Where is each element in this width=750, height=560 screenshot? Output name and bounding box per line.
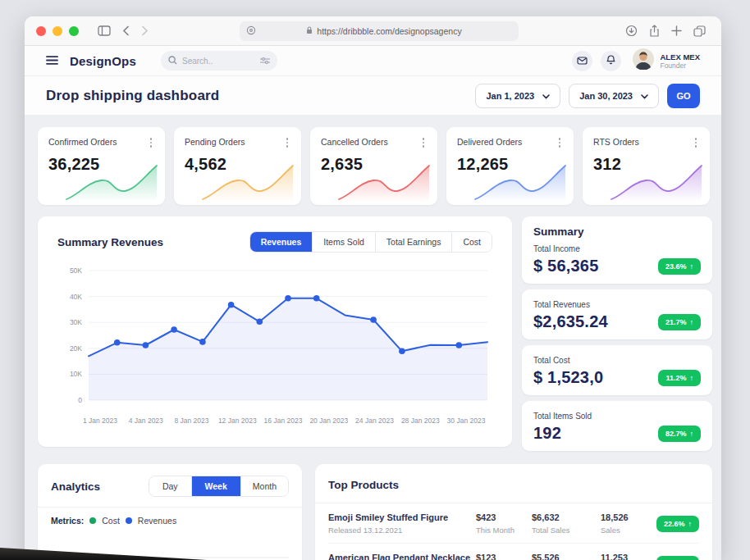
section-title: Top Products: [328, 479, 399, 491]
mail-icon: [577, 53, 588, 68]
forward-icon[interactable]: [141, 25, 149, 36]
messages-button[interactable]: [572, 51, 592, 71]
svg-text:28 Jan 2023: 28 Jan 2023: [401, 417, 440, 425]
section-title: Summary Revenues: [57, 236, 163, 248]
user-profile[interactable]: ALEX MEX Founder: [633, 48, 700, 73]
new-tab-icon[interactable]: [671, 25, 682, 36]
zoom-window-button[interactable]: [69, 26, 79, 36]
kebab-menu-icon[interactable]: [556, 137, 564, 148]
svg-text:0: 0: [78, 396, 82, 404]
chevron-down-icon: [641, 91, 648, 101]
svg-text:1 Jan 2023: 1 Jan 2023: [83, 417, 117, 425]
tab-items-sold[interactable]: Items Sold: [313, 232, 376, 252]
summary-item-label: Total Items Sold: [533, 412, 701, 421]
product-row[interactable]: American Flag Pendant Necklace Released …: [328, 544, 699, 560]
summary-item-label: Total Income: [533, 244, 701, 253]
up-arrow-icon: ↑: [688, 520, 693, 528]
revenues-legend-dot: [126, 517, 132, 524]
stat-label: Cancelled Orders: [321, 137, 388, 147]
up-arrow-icon: ↑: [690, 374, 694, 382]
product-released: Released 13.12.2021: [328, 526, 476, 535]
summary-item-total-cost: Total Cost $ 1,523,0 11.2%↑: [522, 345, 712, 395]
sales-value: 11.253: [601, 553, 648, 560]
change-badge: 21.7%↑: [658, 314, 701, 330]
sparkline-chart: [65, 161, 160, 202]
search-input[interactable]: [182, 57, 255, 66]
total-sales-value: $5,526: [532, 553, 601, 560]
summary-item-total-items-sold: Total Items Sold 192 82.7%↑: [522, 401, 712, 451]
svg-text:50K: 50K: [70, 266, 82, 275]
change-badge: 23.6%↑: [658, 258, 701, 275]
hamburger-menu-icon[interactable]: [46, 53, 58, 68]
tab-week[interactable]: Week: [192, 476, 241, 496]
stat-cards-row: Confirmed Orders 36,225 Pending Orders 4…: [38, 127, 712, 205]
sparkline-chart: [337, 161, 432, 202]
page-title: Drop shipping dashboard: [46, 88, 219, 104]
svg-text:30 Jan 2023: 30 Jan 2023: [447, 417, 486, 425]
change-badge: 82.7%↑: [658, 426, 701, 442]
search-icon: [168, 53, 177, 68]
svg-text:10K: 10K: [70, 370, 82, 378]
product-row[interactable]: Emoji Smiley Stuffed Figure Released 13.…: [328, 503, 699, 544]
analytics-tabs: Day Week Month: [149, 476, 289, 497]
change-badge: 11.2%↑: [658, 370, 701, 386]
stat-card-pending-orders: Pending Orders 4,562: [174, 127, 301, 205]
notifications-button[interactable]: [601, 51, 621, 71]
kebab-menu-icon[interactable]: [148, 137, 155, 148]
change-badge: 22.6%↑: [656, 516, 699, 532]
analytics-card: Analytics Day Week Month Metrics: Cost R…: [38, 464, 302, 560]
stat-label: RTS Orders: [593, 137, 639, 147]
tab-total-earnings[interactable]: Total Earnings: [376, 232, 453, 252]
svg-text:12 Jan 2023: 12 Jan 2023: [218, 417, 257, 425]
downloads-icon[interactable]: [625, 25, 638, 37]
kebab-menu-icon[interactable]: [284, 137, 291, 148]
stat-label: Confirmed Orders: [48, 137, 117, 147]
sales-value: 18,526: [601, 512, 648, 522]
section-title: Analytics: [51, 480, 100, 493]
tab-revenues[interactable]: Revenues: [250, 232, 313, 252]
revenues-line-chart: 010K20K30K40K50K1 Jan 20234 Jan 20238 Ja…: [57, 259, 492, 441]
svg-text:30K: 30K: [70, 318, 82, 326]
summary-item-total-revenues: Total Revenues $2,635.24 21.7%↑: [522, 289, 712, 339]
product-name: Emoji Smiley Stuffed Figure: [328, 512, 476, 522]
total-sales-label: Total Sales: [532, 526, 601, 535]
date-to-select[interactable]: Jan 30, 2023: [569, 84, 659, 108]
close-window-button[interactable]: [36, 26, 46, 36]
metrics-legend: Metrics: Cost Revenues: [51, 516, 289, 526]
tab-cost[interactable]: Cost: [452, 232, 492, 252]
tab-month[interactable]: Month: [241, 476, 288, 496]
filter-sliders-icon[interactable]: [260, 53, 270, 68]
user-name: ALEX MEX: [660, 52, 700, 61]
sidebar-toggle-icon[interactable]: [98, 25, 111, 36]
top-products-card: Top Products Emoji Smiley Stuffed Figure…: [315, 464, 712, 560]
url-text: https://dribbble.com/designopsagency: [317, 26, 461, 36]
stat-label: Pending Orders: [185, 137, 245, 147]
this-month-value: $423: [476, 512, 532, 522]
bell-icon: [606, 53, 615, 68]
avatar[interactable]: [633, 48, 654, 73]
total-sales-value: $6,632: [532, 512, 601, 522]
stat-card-rts-orders: RTS Orders 312: [583, 127, 710, 205]
date-from-select[interactable]: Jan 1, 2023: [475, 84, 560, 108]
go-button[interactable]: GO: [667, 84, 700, 108]
share-icon[interactable]: [649, 25, 660, 37]
svg-text:24 Jan 2023: 24 Jan 2023: [355, 417, 394, 425]
kebab-menu-icon[interactable]: [693, 137, 700, 148]
kebab-menu-icon[interactable]: [420, 137, 428, 148]
tab-overview-icon[interactable]: [693, 25, 706, 37]
up-arrow-icon: ↑: [690, 318, 694, 326]
svg-text:8 Jan 2023: 8 Jan 2023: [174, 417, 208, 425]
svg-text:4 Jan 2023: 4 Jan 2023: [129, 417, 163, 425]
tab-day[interactable]: Day: [149, 476, 192, 496]
search-bar[interactable]: [161, 51, 277, 71]
stat-label: Delivered Orders: [457, 137, 522, 147]
brand-logo: DesignOps: [70, 54, 136, 68]
svg-text:40K: 40K: [70, 293, 82, 301]
minimize-window-button[interactable]: [53, 26, 62, 36]
back-icon[interactable]: [122, 25, 130, 36]
metric-cost-label: Cost: [102, 516, 120, 526]
date-to-value: Jan 30, 2023: [579, 91, 633, 101]
content-blocker-icon[interactable]: [246, 24, 256, 39]
address-bar[interactable]: https://dribbble.com/designopsagency: [240, 21, 519, 41]
summary-item-value: $ 1,523,0: [533, 368, 603, 387]
